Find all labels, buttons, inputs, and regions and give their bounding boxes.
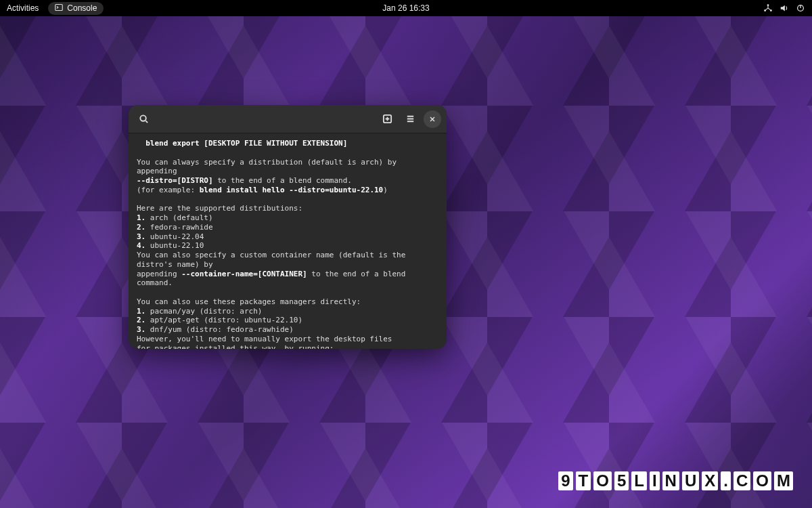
list-num: 2. — [137, 316, 145, 324]
watermark-char: O — [753, 471, 771, 490]
active-app-label: Console — [67, 3, 97, 13]
watermark-char: I — [650, 471, 660, 490]
watermark-char: . — [721, 471, 731, 490]
watermark-char: U — [682, 471, 699, 490]
text-line: You can always specify a distribution (d… — [137, 158, 401, 176]
terminal-icon — [55, 3, 63, 14]
text-line: However, you'll need to manually export … — [137, 335, 392, 343]
list-item: ubuntu-22.10 — [145, 241, 204, 250]
watermark-char: N — [662, 471, 679, 490]
text-line: (for example: — [137, 186, 200, 194]
terminal-output[interactable]: blend export [DESKTOP FILE WITHOUT EXTEN… — [129, 133, 447, 349]
list-item: ubuntu-22.04 — [145, 232, 204, 241]
watermark-char: C — [734, 471, 750, 490]
active-app-pill[interactable]: Console — [48, 2, 104, 15]
list-item: pacman/yay (distro: arch) — [145, 307, 262, 316]
text-line: Here are the supported distributions: — [137, 204, 302, 213]
list-item: dnf/yum (distro: fedora-rawhide) — [145, 325, 294, 334]
menu-button[interactable] — [401, 110, 420, 129]
text-line: blend export [DESKTOP FILE WITHOUT EXTEN… — [137, 139, 347, 148]
new-tab-button[interactable] — [378, 110, 397, 129]
svg-point-5 — [140, 115, 145, 121]
close-window-button[interactable] — [424, 110, 441, 128]
list-num: 1. — [137, 307, 145, 316]
gnome-top-bar: Activities Console Jan 26 16:33 — [0, 0, 812, 16]
watermark-char: O — [593, 471, 612, 490]
watermark-char: T — [576, 471, 591, 490]
list-num: 4. — [137, 241, 145, 250]
search-button[interactable] — [134, 110, 153, 129]
watermark-char: 5 — [614, 471, 629, 490]
list-num: 3. — [137, 325, 145, 334]
list-item: fedora-rawhide — [145, 223, 212, 232]
watermark-char: X — [702, 471, 718, 490]
power-icon[interactable] — [796, 3, 805, 13]
text-line: for packages installed this way, by runn… — [137, 344, 334, 350]
text-line: You can also use these packages managers… — [137, 297, 361, 306]
list-num: 3. — [137, 232, 145, 241]
text-bold: --distro=[DISTRO] — [137, 176, 213, 185]
window-header-bar — [129, 105, 447, 133]
text-bold: --container-name=[CONTAINER] — [181, 270, 307, 278]
top-bar-left: Activities Console — [7, 2, 104, 15]
watermark-char: M — [774, 471, 793, 490]
list-num: 1. — [137, 213, 145, 222]
watermark-char: L — [631, 471, 647, 490]
volume-icon[interactable] — [780, 3, 789, 13]
list-item: arch (default) — [145, 213, 212, 222]
text-bold: blend install hello --distro=ubuntu-22.1… — [200, 186, 384, 194]
watermark: 9 T O 5 L I N U X . C O M — [558, 471, 793, 490]
list-num: 2. — [137, 223, 145, 232]
activities-button[interactable]: Activities — [7, 3, 39, 13]
clock-button[interactable]: Jan 26 16:33 — [382, 3, 429, 13]
console-window: blend export [DESKTOP FILE WITHOUT EXTEN… — [129, 105, 447, 349]
watermark-char: 9 — [558, 471, 572, 490]
system-tray — [763, 3, 805, 13]
svg-rect-0 — [55, 4, 63, 10]
text-line: ) — [383, 186, 388, 194]
text-line: You can also specify a custom container … — [137, 251, 410, 269]
network-icon[interactable] — [763, 3, 773, 13]
text-line: to the end of a blend command. — [213, 176, 352, 185]
list-item: apt/apt-get (distro: ubuntu-22.10) — [145, 316, 302, 324]
text-line: appending — [137, 270, 181, 278]
